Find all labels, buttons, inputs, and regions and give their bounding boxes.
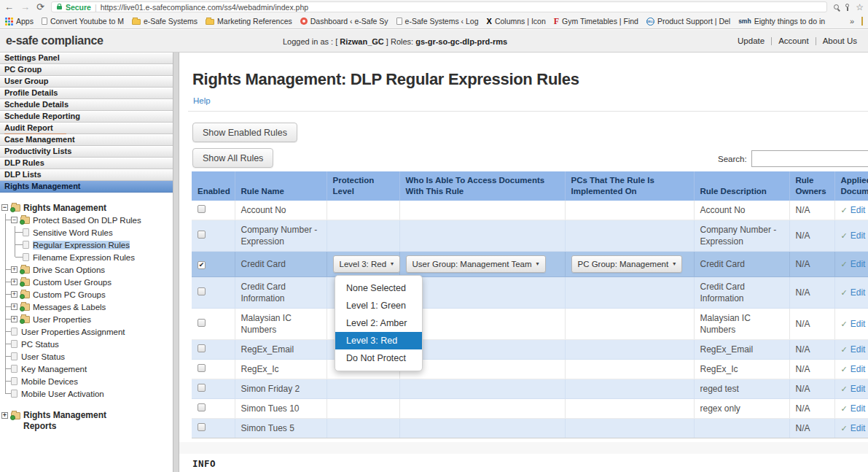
address-bar[interactable]: Secure | https://live01.e-safecompliance… xyxy=(51,1,827,12)
bookmarks-overflow-chevron[interactable]: » xyxy=(850,17,854,26)
dropdown-option-level-2-amber[interactable]: Level 2: Amber xyxy=(335,314,422,332)
bookmark-item[interactable]: e-Safe Systems xyxy=(132,17,198,26)
bookmark-item[interactable]: DELL Product Support | Del xyxy=(646,17,730,26)
tree-node-drive-scan-options[interactable]: Drive Scan Options xyxy=(0,263,173,276)
bookmark-item[interactable]: smh Eighty things to do in xyxy=(738,17,825,26)
edit-link[interactable]: Edit xyxy=(851,423,866,433)
expand-icon[interactable] xyxy=(11,291,17,298)
expand-icon[interactable] xyxy=(1,412,8,419)
tree-node-rights-management[interactable]: Rights Management xyxy=(0,201,173,214)
tree-node-user-properties[interactable]: User Properties xyxy=(0,313,173,325)
sidebar-item-rights-management[interactable]: Rights Management xyxy=(0,181,173,193)
bookmark-label: Marketing References xyxy=(217,17,292,26)
edit-link[interactable]: Edit xyxy=(851,344,866,355)
edit-link[interactable]: Edit xyxy=(851,384,866,394)
tree-node-user-properties-assignment[interactable]: User Properties Assignment xyxy=(0,325,173,338)
tree-node-filename-expression-rules[interactable]: Filename Expression Rules xyxy=(0,251,173,263)
dropdown-button-label: PC Group: Management xyxy=(578,258,669,270)
tree-node-key-management[interactable]: Key Management xyxy=(0,363,173,375)
bookmark-item[interactable]: F Gym Timetables | Find xyxy=(554,16,638,27)
bookmark-item[interactable]: e-Safe Systems ‹ Log xyxy=(396,17,479,26)
enabled-checkbox[interactable] xyxy=(198,344,206,352)
tree-node-regular-expression-rules[interactable]: Regular Expression Rules xyxy=(0,239,173,251)
tree-node-messages-labels[interactable]: Messages & Labels xyxy=(0,301,173,313)
enabled-checkbox[interactable] xyxy=(198,403,206,411)
help-link[interactable]: Help xyxy=(193,96,211,105)
sidebar-item-dlp-lists[interactable]: DLP Lists xyxy=(0,169,173,181)
forward-icon[interactable]: → xyxy=(20,2,30,12)
update-link[interactable]: Update xyxy=(731,36,771,45)
file-icon xyxy=(11,365,17,373)
dropdown-option-none-selected[interactable]: None Selected xyxy=(335,279,422,297)
bookmark-label: Convert Youtube to M xyxy=(50,17,124,26)
dropdown-option-do-not-protect[interactable]: Do Not Protect xyxy=(335,349,422,367)
tree-node-sensitive-word-rules[interactable]: Sensitive Word Rules xyxy=(0,226,173,239)
enabled-checkbox[interactable] xyxy=(198,231,206,239)
tree-node-mobile-user-activation[interactable]: Mobile User Activation xyxy=(0,387,173,400)
bookmark-item[interactable]: Marketing References xyxy=(206,17,292,26)
sidebar-item-case-management[interactable]: Case Management xyxy=(0,134,173,146)
tree-label: Rights Management Reports xyxy=(23,410,133,432)
back-icon[interactable]: ← xyxy=(4,2,14,12)
expand-icon[interactable] xyxy=(11,316,17,322)
bookmark-item[interactable]: X Columns | Icon xyxy=(487,17,546,26)
tree-node-protect-based-on-dlp-rules[interactable]: Protect Based On DLP Rules xyxy=(0,214,173,226)
expand-icon[interactable] xyxy=(11,303,17,310)
search-input[interactable] xyxy=(751,150,868,167)
edit-link[interactable]: Edit xyxy=(851,364,866,374)
chevron-down-icon: ▾ xyxy=(673,258,676,270)
expand-icon[interactable] xyxy=(11,266,17,273)
sidebar-item-user-group[interactable]: User Group xyxy=(0,76,173,88)
sidebar-item-dlp-rules[interactable]: DLP Rules xyxy=(0,158,173,169)
show-all-rules-button[interactable]: Show All Rules xyxy=(192,148,273,168)
sidebar-item-pc-group[interactable]: PC Group xyxy=(0,64,173,76)
enabled-checkbox[interactable] xyxy=(198,261,206,269)
account-link[interactable]: Account xyxy=(772,36,816,45)
zoom-icon[interactable] xyxy=(834,4,839,9)
pc-group-dropdown-button[interactable]: PC Group: Management ▾ xyxy=(571,255,683,273)
edit-link[interactable]: Edit xyxy=(851,205,866,215)
sidebar-item-audit-report[interactable]: Audit Report xyxy=(0,123,173,134)
tree-node-user-status[interactable]: User Status xyxy=(0,350,173,363)
edit-link[interactable]: Edit xyxy=(851,231,866,241)
tree-node-pc-status[interactable]: PC Status xyxy=(0,338,173,350)
protection-level-dropdown-button[interactable]: Level 3: Red ▾ xyxy=(333,255,401,273)
sidebar-item-profile-details[interactable]: Profile Details xyxy=(0,88,173,99)
sidebar-item-schedule-reporting[interactable]: Schedule Reporting xyxy=(0,111,173,123)
enabled-checkbox[interactable] xyxy=(198,423,206,431)
sidebar-item-schedule-details[interactable]: Schedule Details xyxy=(0,99,173,111)
edit-link[interactable]: Edit xyxy=(851,319,866,329)
about-us-link[interactable]: About Us xyxy=(816,36,864,45)
collapse-icon[interactable] xyxy=(1,204,8,211)
show-enabled-rules-button[interactable]: Show Enabled Rules xyxy=(192,123,297,142)
refresh-icon[interactable]: ⟳ xyxy=(36,2,44,12)
tree-label: Mobile User Activation xyxy=(21,390,104,398)
sidebar-item-settings-panel[interactable]: Settings Panel xyxy=(0,53,173,64)
edit-link[interactable]: Edit xyxy=(851,287,866,298)
edit-link[interactable]: Edit xyxy=(851,403,866,414)
bookmark-star-icon[interactable]: ☆ xyxy=(856,3,864,12)
expand-icon[interactable] xyxy=(11,279,17,285)
apps-button[interactable]: Apps xyxy=(5,17,34,26)
tree-node-rights-management-reports[interactable]: Rights Management Reports xyxy=(0,410,173,432)
tree-node-custom-user-groups[interactable]: Custom User Groups xyxy=(0,276,173,288)
bookmark-item[interactable]: Convert Youtube to M xyxy=(42,17,124,26)
bookmark-label: Dashboard ‹ e-Safe Sy xyxy=(310,17,388,26)
password-key-icon[interactable] xyxy=(845,4,849,7)
enabled-checkbox[interactable] xyxy=(198,364,206,372)
enabled-checkbox[interactable] xyxy=(198,384,206,392)
dropdown-option-level-3-red[interactable]: Level 3: Red xyxy=(335,332,422,349)
tree-node-custom-pc-groups[interactable]: Custom PC Groups xyxy=(0,288,173,301)
dropdown-option-level-1-green[interactable]: Level 1: Green xyxy=(335,297,422,314)
collapse-icon[interactable] xyxy=(11,217,17,223)
tree-label: Regular Expression Rules xyxy=(33,241,130,249)
enabled-checkbox[interactable] xyxy=(198,287,206,295)
sidebar-item-productivity-lists[interactable]: Productivity Lists xyxy=(0,146,173,158)
tree-node-mobile-devices[interactable]: Mobile Devices xyxy=(0,375,173,387)
enabled-checkbox[interactable] xyxy=(198,205,206,213)
enabled-checkbox[interactable] xyxy=(198,319,206,327)
who-access-dropdown-button[interactable]: User Group: Management Team ▾ xyxy=(406,255,546,273)
edit-link[interactable]: Edit xyxy=(851,259,866,269)
file-icon xyxy=(11,377,17,385)
bookmark-item[interactable]: Dashboard ‹ e-Safe Sy xyxy=(300,17,388,26)
